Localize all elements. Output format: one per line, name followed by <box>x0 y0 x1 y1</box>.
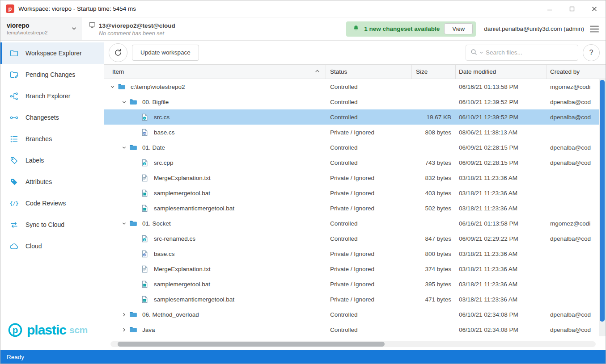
item-status: Controlled <box>326 326 412 333</box>
column-header-size[interactable]: Size <box>412 65 456 79</box>
item-status: Controlled <box>326 84 412 90</box>
folder-icon <box>129 311 139 318</box>
logo-brand-text: plastic <box>27 323 66 337</box>
item-date-modified: 03/18/21 11:23:36 AM <box>456 251 547 257</box>
workspace-selector[interactable]: viorepo temp\viotestrepo2 <box>0 17 82 40</box>
table-row[interactable]: samplesemanticmergetool.batPrivate / Ign… <box>104 292 606 307</box>
item-status: Controlled <box>326 235 412 242</box>
vertical-scrollbar-thumb[interactable] <box>600 80 605 322</box>
notification-text: 1 new changeset available <box>364 25 440 32</box>
sidebar-item-label: Branches <box>25 135 52 142</box>
item-date-modified: 06/09/21 02:28:15 PM <box>456 159 547 166</box>
column-header-item[interactable]: Item <box>104 65 326 79</box>
column-header-status[interactable]: Status <box>326 65 412 79</box>
collapse-chevron-icon[interactable] <box>107 84 118 89</box>
folder-icon <box>129 144 139 151</box>
table-row[interactable]: csrc-renamed.csControlled847 bytes06/09/… <box>104 231 606 246</box>
table-row[interactable]: csrc.cppControlled743 bytes06/09/21 02:2… <box>104 155 606 170</box>
view-changeset-button[interactable]: View <box>444 23 473 34</box>
update-workspace-button[interactable]: Update workspace <box>132 45 199 61</box>
item-date-modified: 06/16/21 01:13:58 PM <box>456 84 547 90</box>
table-row[interactable]: 01. DateControlled06/09/21 02:28:15 PMdp… <box>104 140 606 155</box>
expand-chevron-icon[interactable] <box>119 327 129 332</box>
changeset-icon <box>89 21 96 30</box>
search-input[interactable] <box>486 49 573 56</box>
item-name: src.cpp <box>154 159 174 166</box>
table-row[interactable]: 06. Method_overloadControlled06/10/21 02… <box>104 307 606 322</box>
collapse-chevron-icon[interactable] <box>119 221 129 226</box>
sidebar-item-label: Code Reviews <box>25 200 66 207</box>
item-status: Controlled <box>326 99 412 105</box>
workspace-name: viorepo <box>7 22 47 30</box>
sidebar-item-labels[interactable]: Labels <box>0 150 104 171</box>
item-name: src.cs <box>154 114 170 121</box>
item-name: c:\temp\viotestrepo2 <box>131 84 185 90</box>
sidebar-item-sync-to-cloud[interactable]: Sync to Cloud <box>0 214 104 235</box>
table-row[interactable]: 00. BigfileControlled06/10/21 12:39:52 P… <box>104 94 606 109</box>
body: Workspace ExplorerPending ChangesBranch … <box>0 41 606 350</box>
bat-file-icon <box>141 205 151 212</box>
table-row[interactable]: MergeExplanation.txtPrivate / Ignored374… <box>104 261 606 276</box>
changeset-label: 13@viorepo2@test@cloud <box>99 22 175 29</box>
item-date-modified: 08/06/21 11:38:13 AM <box>456 129 547 136</box>
item-name: samplesemanticmergetool.bat <box>154 205 234 212</box>
table-row[interactable]: c#base.csPrivate / Ignored800 bytes03/18… <box>104 246 606 261</box>
table-row[interactable]: samplesemanticmergetool.batPrivate / Ign… <box>104 201 606 216</box>
sidebar-item-workspace-explorer[interactable]: Workspace Explorer <box>0 42 104 64</box>
help-button[interactable]: ? <box>583 44 600 61</box>
column-header-created-by[interactable]: Created by <box>547 65 606 79</box>
column-header-date-modified[interactable]: Date modified <box>456 65 547 79</box>
window-controls <box>538 0 606 17</box>
item-size: 374 bytes <box>412 266 456 272</box>
item-status: Controlled <box>326 114 412 121</box>
item-status: Controlled <box>326 220 412 227</box>
table-row[interactable]: JavaControlled06/10/21 02:34:08 PMdpenal… <box>104 322 606 337</box>
table-row[interactable]: c#base.csPrivate / Ignored808 bytes08/06… <box>104 125 606 140</box>
sidebar-item-changesets[interactable]: Changesets <box>0 107 104 128</box>
close-button[interactable] <box>583 0 606 17</box>
sidebar-item-code-reviews[interactable]: {/}Code Reviews <box>0 192 104 214</box>
table-row[interactable]: MergeExplanation.txtPrivate / Ignored832… <box>104 170 606 185</box>
maximize-button[interactable] <box>561 0 583 17</box>
minimize-button[interactable] <box>538 0 561 17</box>
sidebar-item-attributes[interactable]: Attributes <box>0 171 104 192</box>
sidebar-item-label: Cloud <box>25 243 42 250</box>
menu-hamburger-icon[interactable] <box>589 25 599 33</box>
table-row[interactable]: samplemergetool.batPrivate / Ignored395 … <box>104 276 606 292</box>
sidebar-item-branch-explorer[interactable]: Branch Explorer <box>0 85 104 107</box>
sidebar-item-cloud[interactable]: Cloud <box>0 235 104 257</box>
sidebar-item-pending-changes[interactable]: Pending Changes <box>0 64 104 85</box>
table-row[interactable]: c:\temp\viotestrepo2Controlled06/16/21 0… <box>104 79 606 94</box>
item-date-modified: 03/18/21 11:23:36 AM <box>456 205 547 212</box>
cs-file-icon: c <box>141 113 151 121</box>
changeset-comment: No comment has been set <box>99 30 346 37</box>
item-status: Private / Ignored <box>326 205 412 212</box>
item-status: Private / Ignored <box>326 281 412 288</box>
sidebar-item-label: Workspace Explorer <box>25 50 82 57</box>
pending-changes-icon <box>9 70 19 79</box>
search-scope-chevron-icon[interactable] <box>479 49 483 56</box>
svg-text:p: p <box>13 325 18 335</box>
vertical-scrollbar[interactable] <box>599 79 606 336</box>
app-window: p Workspace: viorepo - Startup time: 545… <box>0 0 606 364</box>
table-row[interactable]: 01. SocketControlled06/16/21 01:13:58 PM… <box>104 216 606 231</box>
refresh-icon <box>114 48 123 57</box>
expand-chevron-icon[interactable] <box>119 312 129 317</box>
sidebar-item-branches[interactable]: Branches <box>0 128 104 150</box>
sidebar-nav: Workspace ExplorerPending ChangesBranch … <box>0 42 104 257</box>
item-date-modified: 06/10/21 12:39:52 PM <box>456 114 547 121</box>
item-date-modified: 03/18/21 11:23:36 AM <box>456 190 547 197</box>
horizontal-scrollbar-thumb[interactable] <box>118 342 385 347</box>
logo-suffix-text: scm <box>69 325 88 335</box>
table-row[interactable]: csrc.csControlled19.67 KB06/10/21 12:39:… <box>104 109 606 125</box>
item-status: Private / Ignored <box>326 190 412 197</box>
table-row[interactable]: samplemergetool.batPrivate / Ignored403 … <box>104 185 606 201</box>
item-name: 01. Socket <box>142 220 171 227</box>
collapse-chevron-icon[interactable] <box>119 145 129 150</box>
refresh-button[interactable] <box>109 43 127 62</box>
item-size: 395 bytes <box>412 281 456 288</box>
item-created-by: dpenalba@cod <box>547 235 606 242</box>
horizontal-scrollbar[interactable] <box>110 341 596 347</box>
sync-to-cloud-icon <box>9 220 19 230</box>
collapse-chevron-icon[interactable] <box>119 100 129 105</box>
